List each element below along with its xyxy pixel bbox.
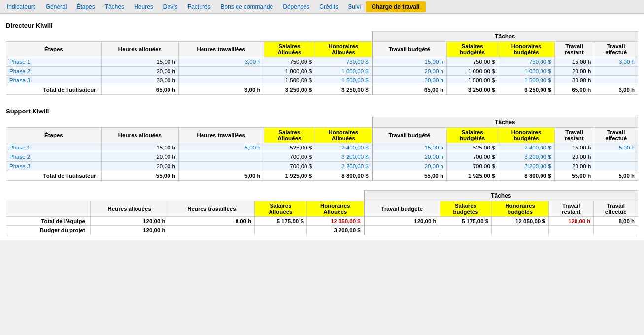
col-header-1: Heures allouées	[101, 128, 178, 143]
phase-link[interactable]: Phase 2	[9, 154, 30, 160]
phase-link[interactable]: Phase 1	[9, 59, 30, 65]
phase-cell-5: 15,00 h	[372, 143, 447, 152]
nav-item-suivi[interactable]: Suivi	[343, 1, 366, 12]
col-header-3: SalairesAllouées	[264, 42, 315, 57]
phase-cell-1: 20,00 h	[101, 67, 178, 76]
nav-item-bons-de-commande[interactable]: Bons de commande	[216, 1, 278, 12]
phase-cell-7: 3 200,00 $	[498, 152, 554, 162]
bottom-col-right-header-0: Travail budgété	[364, 201, 440, 217]
total-cell-0: Total de l'utilisateur	[6, 171, 102, 181]
bottom-col-header-0	[6, 201, 91, 217]
nav-item-charge-de-travail[interactable]: Charge de travail	[366, 1, 425, 12]
phase-cell-3: 525,00 $	[264, 143, 315, 152]
phase-cell-7: 3 200,00 $	[498, 162, 554, 171]
bp-cell-5	[364, 226, 440, 235]
col-header-0: Étapes	[6, 42, 102, 57]
phase-cell-2: 3,00 h	[178, 57, 264, 67]
phase-cell-9	[594, 67, 638, 76]
col-right-header-4: Travaileffectué	[594, 128, 638, 143]
phase-cell-4: 3 200,00 $	[315, 152, 372, 162]
phase-cell-1: 30,00 h	[101, 76, 178, 85]
phase-link[interactable]: Phase 1	[9, 145, 30, 150]
te-cell-3: 5 175,00 $	[255, 217, 307, 226]
phase-link[interactable]: Phase 3	[9, 163, 30, 169]
bp-cell-2	[169, 226, 255, 235]
col-right-header-2: Honorairesbud­gétés	[498, 42, 554, 57]
phase-cell-9	[594, 162, 638, 171]
nav-item-général[interactable]: Général	[41, 1, 72, 12]
taches-group-header: Tâches	[372, 32, 638, 42]
col-right-header-4: Travaileffectué	[594, 42, 638, 57]
phase-cell-7: 2 400,00 $	[498, 143, 554, 152]
phase-cell-5: 30,00 h	[372, 76, 447, 85]
col-header-4: HonorairesAllouées	[315, 128, 372, 143]
phase-cell-7: 1 500,00 $	[498, 76, 554, 85]
nav-item-indicateurs[interactable]: Indicateurs	[2, 1, 41, 12]
bp-cell-6	[440, 226, 492, 235]
bottom-totals-section: Tâches Heures allouéesHeures travaillées…	[6, 190, 638, 235]
phase-cell-3: 750,00 $	[264, 57, 315, 67]
phase-cell-4: 2 400,00 $	[315, 143, 372, 152]
col-right-header-0: Travail budgété	[372, 42, 447, 57]
section-title: Directeur Kiwili	[6, 19, 638, 31]
phase-cell-5: 20,00 h	[372, 162, 447, 171]
nav-item-heures[interactable]: Heures	[129, 1, 158, 12]
phase-cell-7: 750,00 $	[498, 57, 554, 67]
bp-cell-8	[548, 226, 594, 235]
phase-cell-3: 700,00 $	[264, 162, 315, 171]
phase-cell-5: 20,00 h	[372, 67, 447, 76]
nav-item-factures[interactable]: Factures	[183, 1, 216, 12]
te-cell-4: 12 050,00 $	[306, 217, 364, 226]
te-cell-2: 8,00 h	[169, 217, 255, 226]
phase-row: Phase 220,00 h1 000,00 $1 000,00 $20,00 …	[6, 67, 638, 76]
te-cell-9: 8,00 h	[594, 217, 638, 226]
col-right-header-3: Travailrestant	[554, 128, 594, 143]
total-cell-1: 65,00 h	[101, 85, 178, 95]
phase-cell-2	[178, 162, 264, 171]
nav-item-tâches[interactable]: Tâches	[100, 1, 129, 12]
phase-cell-8: 15,00 h	[554, 57, 594, 67]
phase-cell-6: 700,00 $	[446, 162, 498, 171]
phase-cell-6: 1 500,00 $	[446, 76, 498, 85]
phase-cell-6: 750,00 $	[446, 57, 498, 67]
phase-cell-3: 700,00 $	[264, 152, 315, 162]
bp-cell-9	[594, 226, 638, 235]
section-title: Support Kiwili	[6, 105, 638, 117]
col-right-header-3: Travailrestant	[554, 42, 594, 57]
col-right-header-0: Travail budgété	[372, 128, 447, 143]
phase-row: Phase 330,00 h1 500,00 $1 500,00 $30,00 …	[6, 76, 638, 85]
total-cell-8: 55,00 h	[554, 171, 594, 181]
phase-row: Phase 115,00 h3,00 h750,00 $750,00 $15,0…	[6, 57, 638, 67]
te-cell-5: 120,00 h	[364, 217, 440, 226]
phase-cell-8: 20,00 h	[554, 67, 594, 76]
phase-cell-2	[178, 76, 264, 85]
total-cell-2: 3,00 h	[178, 85, 264, 95]
budget-projet-row: Budget du projet120,00 h3 200,00 $	[6, 226, 638, 235]
taches-group-header: Tâches	[372, 117, 638, 128]
bottom-col-right-header-2: Honorairesbud­gétés	[492, 201, 549, 217]
phase-cell-9: 3,00 h	[594, 57, 638, 67]
phase-cell-4: 1 000,00 $	[315, 67, 372, 76]
phase-row: Phase 320,00 h700,00 $3 200,00 $20,00 h7…	[6, 162, 638, 171]
phase-link[interactable]: Phase 2	[9, 68, 30, 74]
total-cell-6: 3 250,00 $	[446, 85, 498, 95]
phase-cell-1: 20,00 h	[101, 152, 178, 162]
total-equipe-row: Total de l'équipe120,00 h8,00 h5 175,00 …	[6, 217, 638, 226]
phase-cell-2: 5,00 h	[178, 143, 264, 152]
total-cell-0: Total de l'utilisateur	[6, 85, 102, 95]
nav-item-crédits[interactable]: Crédits	[314, 1, 343, 12]
nav-item-dépenses[interactable]: Dépenses	[278, 1, 314, 12]
total-cell-9: 3,00 h	[594, 85, 638, 95]
phase-link[interactable]: Phase 3	[9, 77, 30, 83]
bp-cell-3	[255, 226, 307, 235]
phase-row: Phase 115,00 h5,00 h525,00 $2 400,00 $15…	[6, 143, 638, 152]
total-cell-9: 5,00 h	[594, 171, 638, 181]
bottom-col-header-4: HonorairesAllouées	[306, 201, 364, 217]
total-row: Total de l'utilisateur55,00 h5,00 h1 925…	[6, 171, 638, 181]
phase-cell-9	[594, 152, 638, 162]
nav-item-devis[interactable]: Devis	[158, 1, 183, 12]
nav-item-étapes[interactable]: Étapes	[71, 1, 100, 12]
bottom-col-right-header-1: Salairesbud­gétés	[440, 201, 492, 217]
phase-cell-6: 525,00 $	[446, 143, 498, 152]
col-right-header-1: Salairesbud­gétés	[446, 128, 498, 143]
